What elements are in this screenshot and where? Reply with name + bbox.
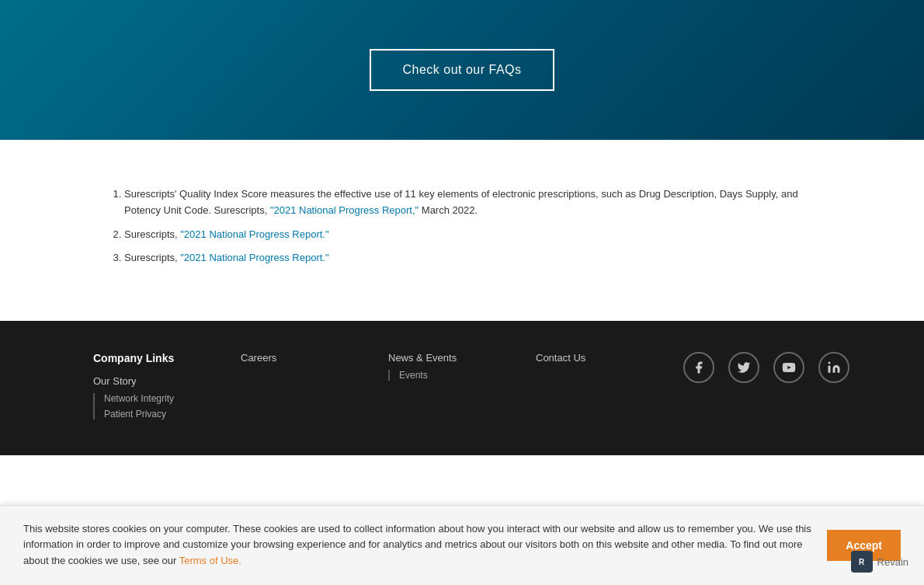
reference-item-3: Surescripts, "2021 National Progress Rep… <box>124 250 815 266</box>
ref2-link[interactable]: "2021 National Progress Report." <box>180 228 328 240</box>
patient-privacy-link[interactable]: Patient Privacy <box>104 409 194 420</box>
footer-col-2: Careers <box>241 352 342 370</box>
twitter-icon[interactable] <box>728 352 759 383</box>
linkedin-icon[interactable] <box>818 352 849 383</box>
social-icons <box>683 352 849 383</box>
our-story-link[interactable]: Our Story <box>93 375 194 387</box>
ref3-text-before: Surescripts, <box>124 252 180 263</box>
svg-point-2 <box>828 362 831 364</box>
facebook-icon[interactable] <box>683 352 714 383</box>
news-events-link[interactable]: News & Events <box>388 352 489 364</box>
footer-company-links-section: Company Links Our Story Network Integrit… <box>93 352 194 424</box>
footer: Company Links Our Story Network Integrit… <box>0 321 924 455</box>
footer-subitems: Network Integrity Patient Privacy <box>93 393 194 420</box>
ref2-text-before: Surescripts, <box>124 228 180 240</box>
footer-top: Company Links Our Story Network Integrit… <box>93 352 831 424</box>
references-section: Surescripts' Quality Index Score measure… <box>0 140 924 321</box>
reference-item-2: Surescripts, "2021 National Progress Rep… <box>124 227 815 243</box>
youtube-icon[interactable] <box>773 352 804 383</box>
footer-col-1: Our Story Network Integrity Patient Priv… <box>93 375 194 420</box>
careers-link[interactable]: Careers <box>241 352 342 364</box>
footer-col-3: News & Events Events <box>388 352 489 385</box>
faq-button[interactable]: Check out our FAQs <box>370 49 554 91</box>
ref1-link[interactable]: "2021 National Progress Report," <box>270 204 419 216</box>
company-links-heading: Company Links <box>93 352 194 364</box>
footer-col-4: Contact Us <box>536 352 637 370</box>
events-link[interactable]: Events <box>399 370 489 381</box>
contact-us-link[interactable]: Contact Us <box>536 352 637 364</box>
references-list: Surescripts' Quality Index Score measure… <box>109 186 815 266</box>
footer-events-subitem: Events <box>388 370 489 381</box>
ref1-text-after: March 2022. <box>419 204 478 216</box>
ref3-link[interactable]: "2021 National Progress Report." <box>180 252 328 263</box>
svg-rect-1 <box>828 366 831 373</box>
network-integrity-link[interactable]: Network Integrity <box>104 393 194 404</box>
reference-item-1: Surescripts' Quality Index Score measure… <box>124 186 815 219</box>
hero-section: Check out our FAQs <box>0 0 924 140</box>
